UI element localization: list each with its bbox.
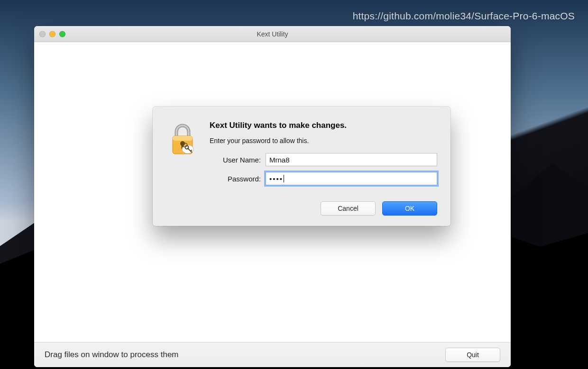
titlebar[interactable]: Kext Utility	[34, 26, 511, 42]
window-body: Drag files on window to process them Qui…	[34, 42, 511, 367]
auth-dialog: Kext Utility wants to make changes. Ente…	[153, 107, 450, 226]
quit-button-label: Quit	[467, 351, 479, 359]
window-title: Kext Utility	[257, 30, 288, 38]
svg-rect-1	[173, 136, 193, 141]
password-field[interactable]: ••••	[266, 172, 437, 185]
window-close-icon[interactable]	[39, 31, 46, 37]
footer-bar: Drag files on window to process them Qui…	[34, 342, 511, 367]
username-label: User Name:	[210, 156, 261, 164]
ok-button-label: OK	[405, 205, 414, 212]
lock-keys-icon	[166, 120, 199, 191]
app-window: Kext Utility Drag files on window to pro…	[34, 26, 511, 367]
text-caret	[284, 175, 284, 182]
password-value: ••••	[269, 175, 283, 183]
password-label: Password:	[210, 175, 261, 183]
quit-button[interactable]: Quit	[445, 348, 500, 362]
watermark-url: https://github.com/molie34/Surface-Pro-6…	[353, 10, 575, 22]
cancel-button-label: Cancel	[338, 205, 358, 212]
window-minimize-icon[interactable]	[49, 31, 55, 37]
footer-hint: Drag files on window to process them	[45, 350, 179, 360]
username-field[interactable]	[266, 153, 437, 166]
window-zoom-icon[interactable]	[59, 31, 65, 37]
cancel-button[interactable]: Cancel	[321, 201, 376, 216]
auth-subtext: Enter your password to allow this.	[210, 137, 437, 144]
auth-heading: Kext Utility wants to make changes.	[210, 121, 437, 130]
ok-button[interactable]: OK	[382, 201, 437, 216]
